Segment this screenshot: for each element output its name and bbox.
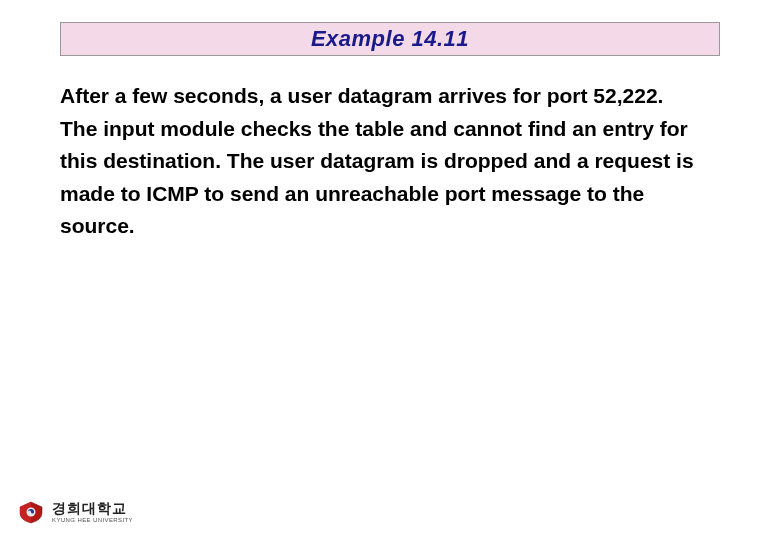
logo-english: KYUNG HEE UNIVERSITY bbox=[52, 517, 133, 523]
logo-korean: 경희대학교 bbox=[52, 501, 133, 515]
title-bar: Example 14.11 bbox=[60, 22, 720, 56]
slide-title: Example 14.11 bbox=[311, 26, 469, 52]
body-paragraph: After a few seconds, a user datagram arr… bbox=[60, 80, 700, 243]
crest-icon bbox=[16, 500, 46, 524]
logo-text-block: 경희대학교 KYUNG HEE UNIVERSITY bbox=[52, 501, 133, 523]
university-logo: 경희대학교 KYUNG HEE UNIVERSITY bbox=[16, 500, 133, 524]
